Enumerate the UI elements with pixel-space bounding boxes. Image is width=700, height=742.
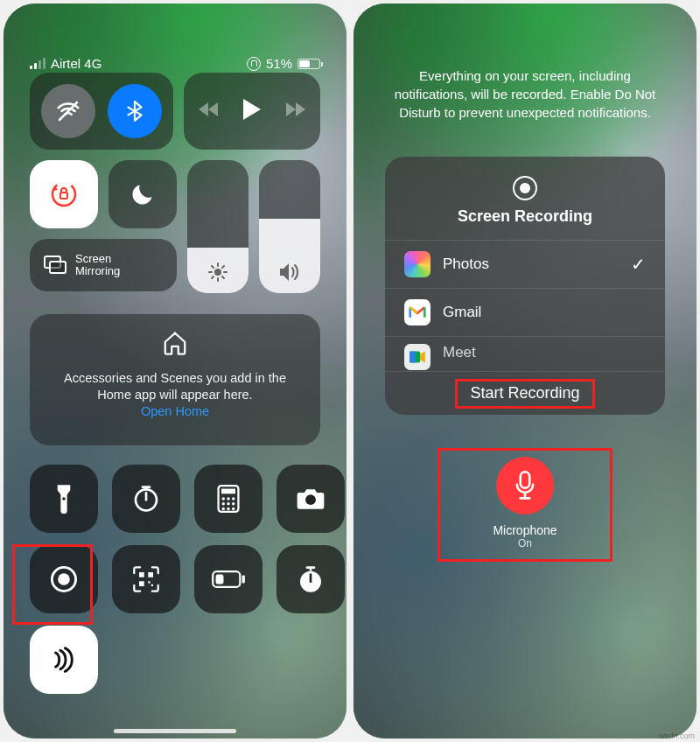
svg-point-27 [222,508,225,510]
svg-point-24 [222,502,225,505]
flashlight-button[interactable] [30,465,98,533]
calculator-button[interactable] [194,465,262,533]
stopwatch-button[interactable] [276,545,345,613]
app-option-photos[interactable]: Photos ✓ [385,240,665,288]
svg-point-26 [232,502,234,505]
connectivity-pod[interactable] [30,73,173,150]
svg-point-23 [232,497,234,500]
camera-button[interactable] [276,465,345,533]
orientation-lock-status-icon [247,57,261,71]
battery-percent: 51% [266,56,292,71]
record-icon [513,176,537,200]
svg-rect-33 [139,572,144,578]
app-option-meet[interactable]: Meet [385,336,665,371]
svg-line-10 [212,266,214,268]
orientation-lock-toggle[interactable] [30,160,98,228]
bluetooth-icon [123,100,146,122]
annotation-highlight-start [455,379,595,409]
moon-icon [129,180,157,208]
timer-icon [132,485,160,513]
flashlight-icon [52,484,75,514]
home-accessories-card[interactable]: Accessories and Scenes you add in the Ho… [30,314,320,445]
svg-point-25 [227,502,229,505]
svg-rect-39 [242,576,245,584]
svg-point-32 [58,573,70,585]
svg-line-12 [212,276,214,278]
home-icon [162,330,188,356]
sheet-title: Screen Recording [385,207,665,226]
status-bar: Airtel 4G 51% [18,4,332,80]
meet-app-icon [404,344,430,370]
svg-rect-20 [221,489,235,494]
svg-point-14 [174,332,177,335]
screen-recording-sheet: Screen Recording Photos ✓ Gmail [385,157,665,415]
svg-point-22 [227,497,229,500]
brightness-slider[interactable] [187,160,248,293]
svg-rect-2 [60,192,67,199]
svg-line-11 [222,276,224,278]
svg-rect-35 [139,581,144,586]
nfc-shortcut-button[interactable] [30,626,98,694]
screen-mirroring-label: Screen Mirroring [75,253,120,278]
bluetooth-toggle[interactable] [108,84,162,138]
checkmark-icon: ✓ [631,254,646,275]
timer-button[interactable] [112,465,180,533]
photos-app-icon [404,251,430,277]
control-center-panel: Airtel 4G 51% [4,4,346,738]
media-controls-pod[interactable] [184,73,320,150]
svg-rect-4 [50,262,66,273]
play-button[interactable] [242,99,262,123]
qr-scanner-button[interactable] [112,545,180,613]
volume-icon [259,262,320,283]
wifi-toggle[interactable] [41,84,95,138]
home-card-text: Accessories and Scenes you add in the Ho… [47,370,303,403]
qr-icon [132,565,160,593]
battery-low-icon [212,570,245,588]
do-not-disturb-toggle[interactable] [108,160,177,228]
calculator-icon [217,485,240,513]
screen-mirroring-button[interactable]: Screen Mirroring [30,239,177,291]
prev-track-button[interactable] [199,101,220,122]
svg-point-21 [222,497,225,500]
volume-slider[interactable] [259,160,320,293]
svg-rect-36 [148,581,150,583]
app-option-gmail[interactable]: Gmail [385,288,665,336]
screen-recording-panel: Everything on your screen, including not… [354,4,696,738]
wifi-off-icon [55,98,81,124]
gmail-app-icon [404,299,430,326]
battery-icon [298,59,320,69]
svg-point-15 [62,497,66,500]
app-label: Meet [443,344,476,361]
svg-point-28 [227,508,229,510]
screen-record-button[interactable] [30,545,98,613]
app-label: Photos [443,256,489,273]
recording-info-text: Everything on your screen, including not… [368,4,682,122]
camera-icon [296,487,326,510]
brightness-icon [187,262,248,283]
svg-point-30 [305,494,316,505]
nfc-icon [50,646,78,674]
svg-rect-37 [151,584,153,586]
home-indicator[interactable] [114,729,236,733]
svg-point-29 [232,508,234,510]
app-label: Gmail [443,304,481,321]
stopwatch-icon [297,565,325,593]
record-icon [49,564,79,594]
svg-point-5 [214,269,221,276]
signal-icon [30,58,46,69]
annotation-highlight-mic [438,448,612,562]
rotation-lock-icon [48,178,80,210]
low-power-button[interactable] [194,545,262,613]
svg-rect-46 [410,352,415,363]
screen-mirroring-icon [44,256,66,275]
svg-line-13 [222,266,224,268]
watermark: wxdn.com [659,732,695,740]
open-home-link[interactable]: Open Home [141,404,209,418]
svg-rect-34 [148,572,153,578]
svg-point-1 [48,178,80,211]
svg-rect-40 [216,574,224,584]
carrier-label: Airtel 4G [51,56,102,71]
next-track-button[interactable] [284,101,305,122]
